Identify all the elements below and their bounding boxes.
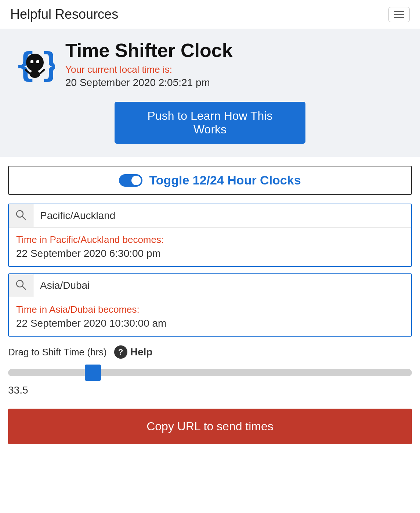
slider-track (8, 369, 412, 376)
hamburger-line-1 (394, 11, 404, 12)
timezone-section: Time in Pacific/Auckland becomes: 22 Sep… (0, 204, 420, 337)
search-icon-wrap-1 (9, 204, 33, 227)
help-badge[interactable]: ? Help (114, 345, 153, 359)
toggle-icon (119, 174, 142, 187)
slider-header: Drag to Shift Time (hrs) ? Help (8, 345, 412, 359)
slider-section: Drag to Shift Time (hrs) ? Help 33.5 (0, 337, 420, 400)
slider-wrap (8, 365, 412, 381)
hero-title-area: Time Shifter Clock Your current local ti… (65, 40, 233, 89)
ninja-logo-icon: { } (15, 44, 55, 85)
timezone-search-row-2 (9, 274, 411, 297)
navbar-toggle-button[interactable] (388, 7, 410, 22)
slider-value: 33.5 (8, 384, 412, 396)
hamburger-line-3 (394, 17, 404, 18)
hero-button-wrap: Push to Learn How This Works (15, 102, 405, 144)
toggle-label: Toggle 12/24 Hour Clocks (149, 173, 301, 187)
svg-line-11 (22, 286, 26, 290)
hero-subtitle: Your current local time is: (65, 64, 233, 75)
help-icon: ? (114, 345, 127, 359)
hamburger-line-2 (394, 14, 404, 15)
timezone-input-2[interactable] (33, 275, 411, 297)
timezone-result-label-1: Time in Pacific/Auckland becomes: (16, 234, 404, 245)
toggle-clock-section[interactable]: Toggle 12/24 Hour Clocks (8, 166, 412, 195)
timezone-box-2: Time in Asia/Dubai becomes: 22 September… (8, 273, 412, 337)
hero-top: { } Time Shifter Clock Your current loca… (15, 40, 233, 89)
search-icon-1 (15, 209, 26, 220)
svg-rect-4 (36, 60, 39, 63)
help-text: Help (130, 346, 153, 358)
svg-line-9 (22, 216, 26, 220)
slider-thumb[interactable] (85, 365, 101, 381)
timezone-result-1: Time in Pacific/Auckland becomes: 22 Sep… (9, 227, 411, 266)
timezone-result-2: Time in Asia/Dubai becomes: 22 September… (9, 297, 411, 336)
push-to-learn-button[interactable]: Push to Learn How This Works (115, 102, 305, 144)
timezone-result-time-1: 22 September 2020 6:30:00 pm (16, 248, 404, 259)
navbar-brand: Helpful Resources (10, 7, 118, 22)
timezone-result-label-2: Time in Asia/Dubai becomes: (16, 304, 404, 315)
search-icon-wrap-2 (9, 274, 33, 297)
hero-section: { } Time Shifter Clock Your current loca… (0, 29, 420, 157)
hero-title: Time Shifter Clock (65, 40, 233, 61)
svg-rect-3 (30, 60, 33, 63)
hero-current-time: 20 September 2020 2:05:21 pm (65, 77, 233, 89)
timezone-result-time-2: 22 September 2020 10:30:00 am (16, 318, 404, 329)
svg-point-2 (26, 54, 44, 71)
timezone-search-row-1 (9, 204, 411, 227)
search-icon-2 (15, 279, 26, 290)
navbar: Helpful Resources (0, 0, 420, 29)
copy-url-button[interactable]: Copy URL to send times (8, 409, 412, 444)
timezone-box-1: Time in Pacific/Auckland becomes: 22 Sep… (8, 204, 412, 267)
svg-point-5 (30, 71, 40, 78)
timezone-input-1[interactable] (33, 205, 411, 227)
slider-label: Drag to Shift Time (hrs) (8, 347, 107, 358)
